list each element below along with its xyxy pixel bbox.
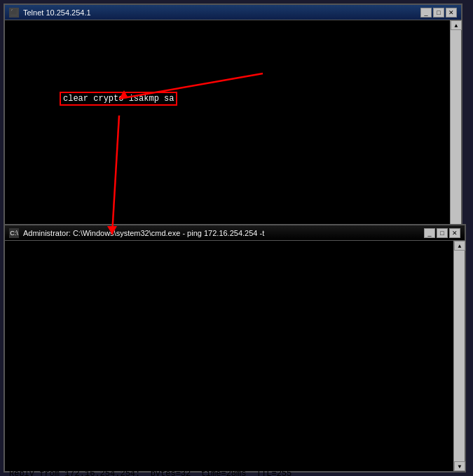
cmd-line-5: Reply from 172.16.254.254: bytes=32 time… (9, 293, 451, 302)
telnet-line-7: PetesASA# (9, 106, 447, 115)
cmd-line-18: Reply from 172.16.254.254: bytes=32 time… (9, 420, 451, 430)
cmd-line-4: Reply from 172.16.254.254: bytes=32 time… (9, 283, 451, 293)
cmd-line-1: Reply from 172.16.254.254: bytes=32 time… (9, 253, 451, 263)
cmd-line-6: Reply from 172.16.254.254: bytes=32 time… (9, 302, 451, 312)
telnet-scrollbar[interactable]: ▲ ▼ (450, 20, 461, 240)
cmd-line-2: Reply from 172.16.254.254: bytes=32 time… (9, 263, 451, 273)
telnet-line-4: PetesASA> en (9, 72, 447, 82)
telnet-maximize-btn[interactable]: □ (433, 8, 444, 18)
cmd-line-14: Reply from 172.16.254.254: bytes=32 time… (9, 381, 451, 391)
cmd-titlebar: C:\ Administrator: C:\Windows\system32\c… (5, 225, 465, 241)
telnet-line-2: Password: (9, 52, 447, 62)
cmd-line-9: Reply from 172.16.254.254: bytes=32 time… (9, 332, 451, 342)
cmd-close-btn[interactable]: ✕ (449, 228, 460, 238)
telnet-line-1: User Access Verification (9, 33, 447, 43)
cmd-scroll-down[interactable]: ▼ (454, 461, 465, 471)
cmd-line-15: Reply from 172.16.254.254: bytes=32 time… (9, 391, 451, 400)
cmd-title-text: Administrator: C:\Windows\system32\cmd.e… (23, 229, 264, 237)
cmd-line-21: Reply from 172.16.254.254: bytes=32 time… (9, 449, 451, 459)
cmd-maximize-btn[interactable]: □ (437, 228, 448, 238)
cmd-line-13: Reply from 172.16.254.254: bytes=32 time… (9, 371, 451, 381)
commands-text: commands. (216, 62, 261, 72)
cmd-scrollbar[interactable]: ▲ ▼ (453, 241, 465, 471)
telnet-scroll-up[interactable]: ▲ (451, 20, 462, 30)
telnet-line-blank1 (9, 23, 447, 33)
cmd-minimize-btn[interactable]: _ (424, 228, 435, 238)
telnet-line-3: Type help or '?' for a list of available… (9, 62, 447, 72)
cmd-line-7: Reply from 172.16.254.254: bytes=32 time… (9, 312, 451, 322)
cmd-line-23: Reply from 172.16.254.254: bytes=32 time… (9, 469, 451, 476)
cmd-line-11: Reply from 172.16.254.254: bytes=32 time… (9, 351, 451, 361)
cmd-line-3: Reply from 172.16.254.254: bytes=32 time… (9, 273, 451, 283)
command-highlight: clear crypto isakmp sa (60, 92, 177, 106)
telnet-title-text: Telnet 10.254.254.1 (23, 8, 91, 17)
telnet-titlebar: ⬛ Telnet 10.254.254.1 _ □ ✕ (5, 5, 461, 20)
telnet-close-btn[interactable]: ✕ (446, 8, 457, 18)
cmd-line-20: Request timed out. (9, 440, 451, 449)
telnet-line-5: Password: ******** (9, 82, 447, 92)
cmd-line-0: Reply from 172.16.254.254: bytes=32 time… (9, 244, 451, 253)
telnet-minimize-btn[interactable]: _ (420, 8, 432, 18)
cmd-line-16: Reply from 172.16.254.254: bytes=32 time… (9, 400, 451, 410)
cmd-icon: C:\ (9, 228, 19, 238)
cmd-content: Reply from 172.16.254.254: bytes=32 time… (5, 241, 465, 476)
telnet-window-controls: _ □ ✕ (420, 8, 457, 18)
cmd-line-10: Reply from 172.16.254.254: bytes=32 time… (9, 342, 451, 351)
telnet-line-6: PetesASA# clear crypto isakmp sa (9, 92, 447, 106)
cmd-line-22: Reply from 172.16.254.254: bytes=32 time… (9, 459, 451, 469)
cmd-title-left: C:\ Administrator: C:\Windows\system32\c… (9, 228, 264, 238)
telnet-icon: ⬛ (9, 8, 19, 18)
cmd-window-controls: _ □ ✕ (424, 228, 460, 238)
telnet-line-blank2 (9, 43, 447, 52)
cmd-line-12: Reply from 172.16.254.254: bytes=32 time… (9, 361, 451, 371)
telnet-window: ⬛ Telnet 10.254.254.1 _ □ ✕ ▲ ▼ User Acc… (4, 4, 462, 241)
cmd-window: C:\ Administrator: C:\Windows\system32\c… (4, 224, 466, 472)
cmd-line-17: Reply from 172.16.254.254: bytes=32 time… (9, 410, 451, 420)
telnet-content: User Access Verification Password: Type … (5, 20, 461, 118)
cmd-line-19: Reply from 172.16.254.254: bytes=32 time… (9, 430, 451, 440)
cmd-scroll-up[interactable]: ▲ (454, 241, 465, 251)
telnet-title-left: ⬛ Telnet 10.254.254.1 (9, 8, 91, 18)
cmd-line-8: Reply from 172.16.254.254: bytes=32 time… (9, 322, 451, 332)
